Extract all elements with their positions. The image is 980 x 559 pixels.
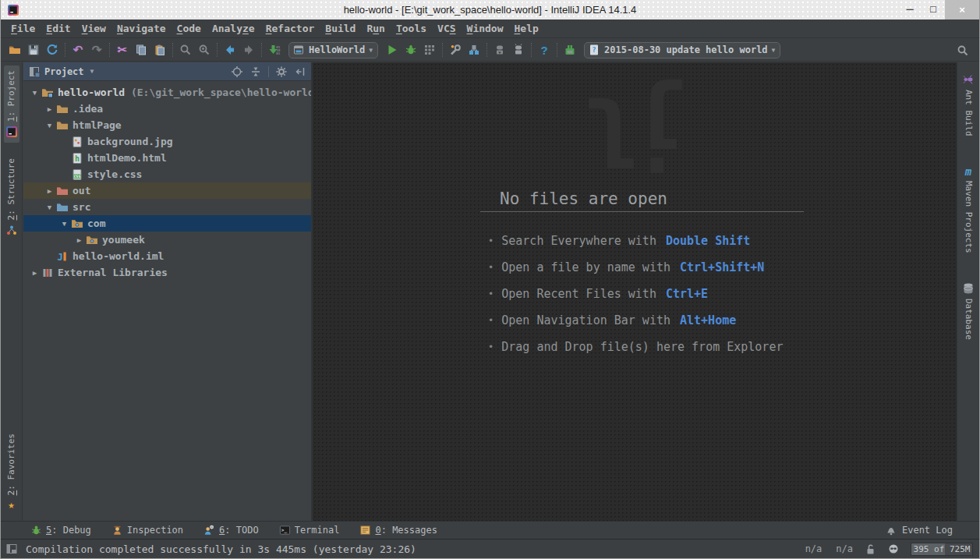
- tree-expanded-icon[interactable]: ▼: [28, 89, 41, 97]
- vcs-message-combo[interactable]: ?2015-08-30 update hello world▼: [584, 42, 780, 58]
- memory-indicator[interactable]: 395 of 725M: [911, 543, 973, 556]
- android-sdk-icon[interactable]: [490, 41, 509, 59]
- menu-analyze[interactable]: Analyze: [207, 21, 260, 36]
- collapse-all-icon[interactable]: [249, 65, 262, 78]
- find-icon[interactable]: [176, 41, 195, 59]
- tree-item-hello-world.iml[interactable]: Jhello-world.iml: [23, 248, 311, 264]
- tree-collapsed-icon[interactable]: ▶: [43, 187, 56, 195]
- tree-collapsed-icon[interactable]: ▶: [43, 105, 56, 113]
- tree-item-label: background.jpg: [87, 136, 173, 147]
- run-icon[interactable]: [383, 41, 402, 59]
- menu-window[interactable]: Window: [462, 21, 509, 36]
- svg-text:>_: >_: [281, 527, 287, 533]
- tree-item-background.jpg[interactable]: background.jpg: [23, 133, 311, 150]
- menu-vcs[interactable]: VCS: [432, 21, 461, 36]
- toolwindow-tab-5debug[interactable]: 5: Debug: [30, 525, 91, 536]
- database-icon: [962, 282, 975, 295]
- cut-icon[interactable]: ✂: [113, 41, 132, 59]
- tool-stripe-tab-antbuild[interactable]: Ant Build: [961, 69, 976, 141]
- toolbar-separator: [109, 43, 110, 57]
- tree-expanded-icon[interactable]: ▼: [43, 122, 56, 129]
- menu-view[interactable]: View: [76, 21, 111, 36]
- coverage-icon[interactable]: [420, 41, 439, 59]
- tree-item-hello-world[interactable]: ▼hello-world (E:\git_work_space\hello-wo…: [23, 84, 311, 101]
- toolwindow-tab-0messages[interactable]: 0: Messages: [359, 525, 437, 536]
- unlock-icon[interactable]: [864, 543, 876, 555]
- tree-item-src[interactable]: ▼src: [23, 199, 311, 215]
- tree-item-style.css[interactable]: CSSstyle.css: [23, 166, 311, 182]
- tree-item-youmeek[interactable]: ▶youmeek: [23, 232, 311, 248]
- gear-icon[interactable]: [275, 65, 288, 78]
- menu-code[interactable]: Code: [172, 21, 207, 36]
- sync-icon[interactable]: [43, 41, 62, 59]
- search-everywhere-icon[interactable]: [953, 41, 972, 60]
- tree-expanded-icon[interactable]: ▼: [58, 220, 71, 228]
- status-indicator[interactable]: n/a: [836, 543, 853, 554]
- event-log-button[interactable]: Event Log: [885, 524, 953, 536]
- run-config-combo[interactable]: HelloWorld▼: [288, 42, 378, 58]
- menu-run[interactable]: Run: [361, 21, 390, 36]
- tree-expanded-icon[interactable]: ▼: [43, 203, 56, 211]
- tree-item-label: youmeek: [102, 234, 145, 246]
- copy-icon[interactable]: [132, 41, 150, 59]
- tree-item-htmlPage[interactable]: ▼htmlPage: [23, 117, 311, 133]
- redo-icon[interactable]: ↷: [87, 41, 106, 59]
- toolwindow-tab-6todo[interactable]: 6: TODO: [203, 525, 259, 536]
- tool-stripe-tab-mavenprojects[interactable]: mMaven Projects: [962, 161, 975, 258]
- menu-navigate[interactable]: Navigate: [111, 21, 172, 36]
- tree-item-htmlDemo.html[interactable]: hhtmlDemo.html: [23, 150, 311, 166]
- save-all-icon[interactable]: [24, 41, 43, 59]
- tool-stripe-tab-2structure[interactable]: 2: Structure: [4, 154, 19, 241]
- tree-item-.idea[interactable]: ▶.idea: [23, 101, 311, 117]
- menu-refactor[interactable]: Refactor: [260, 21, 320, 36]
- project-panel-header[interactable]: Project ▼: [23, 62, 311, 81]
- chevron-down-icon[interactable]: ▼: [90, 68, 94, 75]
- tree-item-com[interactable]: ▼com: [23, 215, 311, 232]
- toolwindow-tab-inspection[interactable]: Inspection: [111, 525, 183, 536]
- minimize-button[interactable]: ─: [898, 0, 922, 17]
- editor-tip: •Search Everywhere withDouble Shift: [488, 228, 783, 254]
- tree-item-ExternalLibraries[interactable]: ▶External Libraries: [23, 264, 311, 281]
- android-device-icon[interactable]: [509, 41, 528, 59]
- help-icon[interactable]: ?: [535, 41, 554, 59]
- menu-file[interactable]: File: [5, 21, 41, 36]
- menu-edit[interactable]: Edit: [41, 21, 76, 36]
- tree-item-label: com: [87, 218, 105, 229]
- menu-build[interactable]: Build: [320, 21, 361, 36]
- menu-help[interactable]: Help: [509, 21, 544, 36]
- toolwindow-tab-terminal[interactable]: >_Terminal: [279, 525, 340, 536]
- paste-icon[interactable]: [150, 41, 169, 59]
- tip-shortcut: Ctrl+Shift+N: [680, 260, 764, 274]
- maximize-button[interactable]: □: [922, 0, 945, 17]
- bullet-icon: •: [488, 341, 494, 352]
- tree-collapsed-icon[interactable]: ▶: [73, 236, 86, 244]
- project-structure-icon[interactable]: [465, 41, 483, 59]
- replace-icon[interactable]: [195, 41, 214, 59]
- svg-text:?: ?: [592, 46, 596, 54]
- menu-tools[interactable]: Tools: [391, 21, 432, 36]
- debug-icon[interactable]: [402, 41, 420, 59]
- status-indicator[interactable]: n/a: [805, 543, 823, 554]
- hide-icon[interactable]: [294, 65, 306, 78]
- svg-text:01: 01: [276, 51, 281, 55]
- toolwindow-toggle-icon[interactable]: [5, 543, 18, 555]
- forward-icon[interactable]: [239, 41, 258, 59]
- hector-icon[interactable]: [887, 543, 900, 555]
- update-project-icon[interactable]: 011001: [265, 41, 284, 59]
- tool-stripe-tab-database[interactable]: Database: [961, 278, 976, 345]
- open-folder-icon[interactable]: [5, 41, 24, 59]
- ant-build-icon: [962, 73, 975, 86]
- settings-icon[interactable]: [446, 41, 465, 59]
- toolbar: ↶↷✂011001HelloWorld▼??2015-08-30 update …: [1, 39, 979, 62]
- tool-stripe-tab-2favorites[interactable]: 2: Favorites★: [5, 429, 18, 515]
- heading-underline: [480, 211, 804, 212]
- plugin-icon[interactable]: [561, 41, 579, 59]
- undo-icon[interactable]: ↶: [69, 41, 87, 59]
- editor-tip: •Open Navigation Bar withAlt+Home: [488, 307, 783, 334]
- locate-icon[interactable]: [231, 65, 243, 78]
- tool-stripe-tab-1project[interactable]: 1: Project: [4, 65, 19, 143]
- tree-item-out[interactable]: ▶out: [23, 182, 311, 199]
- close-button[interactable]: ×: [945, 0, 979, 19]
- back-icon[interactable]: [221, 41, 239, 59]
- tree-collapsed-icon[interactable]: ▶: [28, 269, 41, 277]
